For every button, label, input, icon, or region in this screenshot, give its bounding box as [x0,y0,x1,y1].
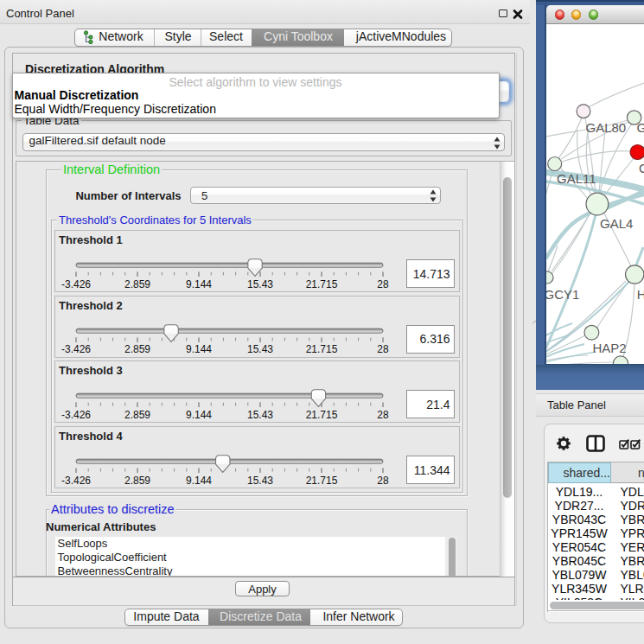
svg-text:HAP2: HAP2 [592,341,626,355]
svg-text:GAL11: GAL11 [557,171,596,186]
svg-text:GCY1: GCY1 [546,287,580,302]
svg-text:GAL80: GAL80 [586,120,627,135]
svg-text:GA: GA [637,120,644,135]
svg-text:C: C [639,161,644,175]
svg-text:GAL4: GAL4 [600,216,633,231]
svg-text:HA: HA [637,287,644,302]
